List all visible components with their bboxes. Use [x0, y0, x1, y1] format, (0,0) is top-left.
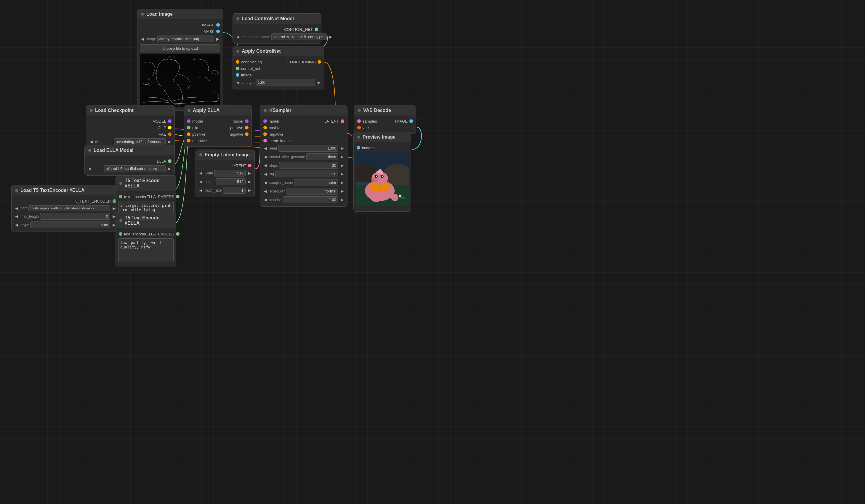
batch-size-row[interactable]: ◀ batch_size 1 ▶	[196, 186, 254, 195]
apply-controlnet-header: Apply ControlNet	[233, 46, 324, 56]
ella-ella-row: ella positive	[184, 125, 252, 131]
width-row[interactable]: ◀ width 512 ▶	[196, 169, 254, 177]
vae-vae-dot	[357, 126, 361, 129]
ella-name-prev-btn[interactable]: ◀	[87, 166, 92, 172]
steps-prev-btn[interactable]: ◀	[263, 163, 268, 168]
latent-out-label: LATENT	[232, 163, 246, 168]
preview-image-dot	[357, 136, 360, 139]
scheduler-row[interactable]: ◀ scheduler normal ▶	[261, 187, 347, 196]
apply-controlnet-dot	[237, 50, 239, 53]
batch-next-btn[interactable]: ▶	[247, 187, 252, 193]
image-value: canny_control_img.png	[159, 37, 199, 41]
load-t5-title: Load T5 TextEncoder #ELLA	[21, 188, 85, 193]
ksampler-header: KSampler	[261, 105, 347, 116]
ksampler-model-row: model LATENT	[261, 118, 347, 125]
ella-negative-out-dot	[245, 132, 249, 136]
load-checkpoint-node: Load Checkpoint MODEL CLIP VAE ◀ ckpt_na…	[86, 105, 175, 149]
latent-out-dot	[248, 164, 252, 167]
strength-row[interactable]: ◀ strength 1.00 ▶	[233, 78, 324, 87]
batch-prev-btn[interactable]: ◀	[198, 187, 204, 193]
strength-prev-btn[interactable]: ◀	[235, 80, 241, 85]
image-next-btn[interactable]: ▶	[215, 36, 220, 42]
cfg-row[interactable]: ◀ cfg 7.0 ▶	[261, 170, 347, 178]
output-conditioning-dot	[318, 60, 321, 64]
t5-dtype-row[interactable]: ◀ dtype auto ▶	[12, 221, 119, 229]
t5-name-prev-btn[interactable]: ◀	[14, 206, 19, 211]
ella-positive-out-dot	[245, 126, 249, 129]
ella-name-next-btn[interactable]: ▶	[167, 166, 172, 172]
t5-dtype-prev-btn[interactable]: ◀	[14, 222, 19, 228]
image-prev-btn[interactable]: ◀	[140, 36, 145, 42]
upload-button[interactable]: choose file to upload	[140, 44, 220, 52]
width-next-btn[interactable]: ▶	[247, 170, 252, 176]
output-controlnet-label: CONTROL_NET	[284, 27, 313, 32]
t5-dtype-value: auto	[101, 223, 108, 227]
controlnet-next-btn[interactable]: ▶	[328, 34, 333, 40]
apply-controlnet-node: Apply ControlNet conditioning CONDITIONI…	[232, 46, 324, 90]
seed-prev-btn[interactable]: ◀	[263, 145, 268, 151]
output-model-row: MODEL	[86, 118, 174, 125]
svg-rect-0	[140, 54, 220, 107]
height-label: height	[205, 180, 215, 184]
scheduler-prev-btn[interactable]: ◀	[263, 188, 268, 194]
load-controlnet-node: Load ControlNet Model CONTROL_NET ◀ cont…	[232, 13, 321, 44]
t5-encode2-text[interactable]: low quality, worst quality, nsfw	[118, 238, 174, 262]
svg-point-13	[376, 176, 377, 177]
ella-positive-row: positive negative	[184, 131, 252, 137]
control-after-prev-btn[interactable]: ◀	[263, 154, 268, 160]
ckpt-next-btn[interactable]: ▶	[167, 139, 172, 144]
scheduler-next-btn[interactable]: ▶	[339, 188, 345, 194]
denoise-prev-btn[interactable]: ◀	[263, 197, 268, 202]
control-after-next-btn[interactable]: ▶	[339, 154, 345, 160]
cfg-value: 7.0	[331, 172, 336, 176]
steps-row[interactable]: ◀ steps 20 ▶	[261, 161, 347, 170]
load-image-header: Load Image	[137, 9, 223, 19]
vae-decode-node: VAE Decode samples IMAGE vae	[354, 105, 416, 133]
controlnet-name-row[interactable]: ◀ control_net_name control_v11p_sd15_can…	[233, 33, 321, 41]
controlnet-value: control_v11p_sd15_canny.pth	[274, 35, 325, 39]
sampler-name-row[interactable]: ◀ sampler_name euler ▶	[261, 178, 347, 187]
ksampler-model-label: model	[269, 119, 279, 124]
input-image-row: image	[233, 72, 324, 78]
load-t5-header: Load T5 TextEncoder #ELLA	[12, 185, 119, 196]
cfg-prev-btn[interactable]: ◀	[263, 171, 268, 177]
ella-negative-label: negative	[192, 139, 207, 143]
sampler-next-btn[interactable]: ▶	[339, 180, 345, 185]
t5-encode2-dot	[119, 219, 122, 222]
denoise-row[interactable]: ◀ denoise 1.00 ▶	[261, 196, 347, 204]
t5-out-label: T5_TEXT_ENCODER	[73, 199, 111, 203]
ckpt-prev-btn[interactable]: ◀	[89, 139, 94, 144]
t5e2-encoder-label: text_encoder	[124, 232, 146, 236]
preview-images-label: images	[362, 146, 374, 150]
ella-name-row[interactable]: ◀ name ella-sd1.5-tsc-t5xl.safetensors ▶	[85, 164, 174, 173]
t5-name-row[interactable]: ◀ nam models--google--flan-t5-xl-text-en…	[12, 204, 119, 212]
seed-next-btn[interactable]: ▶	[339, 145, 345, 151]
denoise-next-btn[interactable]: ▶	[339, 197, 345, 202]
height-row[interactable]: ◀ height 512 ▶	[196, 177, 254, 186]
apply-ella-header: Apply ELLA	[184, 105, 252, 116]
height-prev-btn[interactable]: ◀	[198, 179, 204, 185]
steps-next-btn[interactable]: ▶	[339, 163, 345, 168]
input-image-label: image	[241, 73, 252, 77]
apply-ella-title: Apply ELLA	[193, 108, 220, 113]
width-prev-btn[interactable]: ◀	[198, 170, 204, 176]
sampler-prev-btn[interactable]: ◀	[263, 180, 268, 185]
height-next-btn[interactable]: ▶	[247, 179, 252, 185]
load-ella-node: Load ELLA Model ELLA ◀ name ella-sd1.5-t…	[84, 145, 175, 176]
seed-value: 1000	[327, 146, 336, 150]
t5e2-embeds-label: ELLA_EMBEDS	[146, 232, 174, 236]
t5-max-length-row[interactable]: ◀ max_length 0 ▶	[12, 212, 119, 221]
preview-images-row: images	[354, 144, 411, 151]
width-value: 512	[237, 171, 243, 175]
controlnet-prev-btn[interactable]: ◀	[235, 34, 241, 40]
ckpt-name-row[interactable]: ◀ ckpt_name awpainting_v12.safetensors ▶	[86, 137, 174, 146]
output-mask-row: MASK	[137, 28, 223, 35]
t5-maxlen-prev-btn[interactable]: ◀	[14, 213, 19, 219]
cfg-next-btn[interactable]: ▶	[339, 171, 345, 177]
control-after-row[interactable]: ◀ control_after_generate fixed ▶	[261, 152, 347, 161]
image-selector-row[interactable]: ◀ image canny_control_img.png ▶	[137, 35, 223, 43]
load-checkpoint-dot	[90, 109, 93, 112]
strength-next-btn[interactable]: ▶	[316, 80, 322, 85]
seed-row[interactable]: ◀ seed 1000 ▶	[261, 144, 347, 152]
result-image-svg	[356, 152, 410, 206]
